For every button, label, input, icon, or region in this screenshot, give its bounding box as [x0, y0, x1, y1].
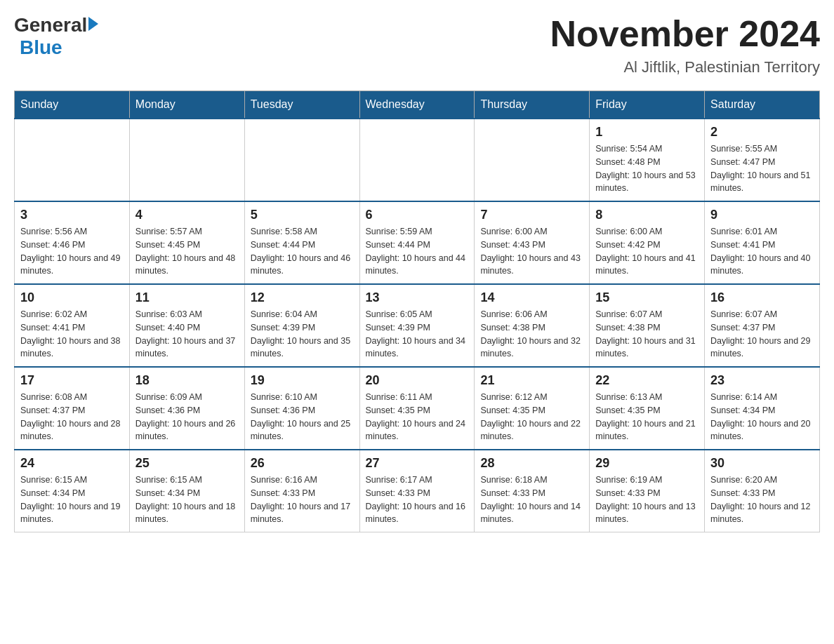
day-info: Sunrise: 6:19 AMSunset: 4:33 PMDaylight:…	[595, 474, 699, 526]
day-info: Sunrise: 5:54 AMSunset: 4:48 PMDaylight:…	[595, 142, 699, 195]
col-tuesday: Tuesday	[244, 91, 359, 119]
day-cell: 17Sunrise: 6:08 AMSunset: 4:37 PMDayligh…	[15, 367, 130, 450]
day-info: Sunrise: 5:56 AMSunset: 4:46 PMDaylight:…	[20, 225, 124, 278]
day-info: Sunrise: 6:17 AMSunset: 4:33 PMDaylight:…	[366, 474, 469, 526]
col-wednesday: Wednesday	[359, 91, 475, 119]
day-cell: 2Sunrise: 5:55 AMSunset: 4:47 PMDaylight…	[705, 119, 820, 201]
day-info: Sunrise: 6:00 AMSunset: 4:43 PMDaylight:…	[480, 225, 583, 278]
day-number: 17	[20, 373, 124, 388]
day-cell: 16Sunrise: 6:07 AMSunset: 4:37 PMDayligh…	[705, 284, 820, 367]
header-row: Sunday Monday Tuesday Wednesday Thursday…	[15, 91, 820, 119]
day-number: 13	[366, 290, 469, 305]
col-thursday: Thursday	[475, 91, 590, 119]
day-info: Sunrise: 6:16 AMSunset: 4:33 PMDaylight:…	[251, 474, 354, 526]
day-cell: 13Sunrise: 6:05 AMSunset: 4:39 PMDayligh…	[359, 284, 475, 367]
day-info: Sunrise: 6:14 AMSunset: 4:34 PMDaylight:…	[710, 391, 814, 443]
day-number: 25	[135, 456, 239, 471]
day-info: Sunrise: 6:01 AMSunset: 4:41 PMDaylight:…	[710, 225, 814, 278]
day-cell: 24Sunrise: 6:15 AMSunset: 4:34 PMDayligh…	[15, 450, 130, 532]
logo-general: General	[14, 14, 87, 36]
day-number: 14	[480, 290, 583, 305]
day-number: 16	[710, 290, 814, 305]
day-cell: 5Sunrise: 5:58 AMSunset: 4:44 PMDaylight…	[244, 201, 359, 284]
day-number: 6	[366, 208, 469, 222]
week-row-3: 10Sunrise: 6:02 AMSunset: 4:41 PMDayligh…	[15, 284, 820, 367]
week-row-1: 1Sunrise: 5:54 AMSunset: 4:48 PMDaylight…	[15, 119, 820, 201]
day-number: 30	[710, 456, 814, 471]
week-row-5: 24Sunrise: 6:15 AMSunset: 4:34 PMDayligh…	[15, 450, 820, 532]
calendar-subtitle: Al Jiftlik, Palestinian Territory	[550, 58, 820, 76]
day-cell: 15Sunrise: 6:07 AMSunset: 4:38 PMDayligh…	[590, 284, 705, 367]
logo: General Blue	[14, 14, 98, 59]
day-info: Sunrise: 5:59 AMSunset: 4:44 PMDaylight:…	[366, 225, 469, 278]
day-number: 8	[595, 208, 699, 222]
day-cell: 6Sunrise: 5:59 AMSunset: 4:44 PMDaylight…	[359, 201, 475, 284]
day-info: Sunrise: 6:08 AMSunset: 4:37 PMDaylight:…	[20, 391, 124, 443]
day-cell: 29Sunrise: 6:19 AMSunset: 4:33 PMDayligh…	[590, 450, 705, 532]
logo-blue: Blue	[20, 36, 62, 58]
day-cell	[359, 119, 475, 201]
day-cell: 3Sunrise: 5:56 AMSunset: 4:46 PMDaylight…	[15, 201, 130, 284]
day-number: 7	[480, 208, 583, 222]
day-number: 10	[20, 290, 124, 305]
week-row-4: 17Sunrise: 6:08 AMSunset: 4:37 PMDayligh…	[15, 367, 820, 450]
logo-arrow-icon	[88, 17, 98, 31]
day-info: Sunrise: 6:09 AMSunset: 4:36 PMDaylight:…	[135, 391, 239, 443]
day-number: 28	[480, 456, 583, 471]
day-info: Sunrise: 6:06 AMSunset: 4:38 PMDaylight:…	[480, 308, 583, 361]
day-number: 2	[710, 125, 814, 140]
day-number: 20	[366, 373, 469, 388]
day-cell: 19Sunrise: 6:10 AMSunset: 4:36 PMDayligh…	[244, 367, 359, 450]
col-sunday: Sunday	[15, 91, 130, 119]
day-info: Sunrise: 6:05 AMSunset: 4:39 PMDaylight:…	[366, 308, 469, 361]
page-header: General Blue November 2024 Al Jiftlik, P…	[14, 14, 820, 76]
day-info: Sunrise: 6:07 AMSunset: 4:37 PMDaylight:…	[710, 308, 814, 361]
day-number: 9	[710, 208, 814, 222]
day-info: Sunrise: 6:07 AMSunset: 4:38 PMDaylight:…	[595, 308, 699, 361]
day-cell: 7Sunrise: 6:00 AMSunset: 4:43 PMDaylight…	[475, 201, 590, 284]
day-cell: 1Sunrise: 5:54 AMSunset: 4:48 PMDaylight…	[590, 119, 705, 201]
day-info: Sunrise: 6:00 AMSunset: 4:42 PMDaylight:…	[595, 225, 699, 278]
day-number: 23	[710, 373, 814, 388]
day-cell: 20Sunrise: 6:11 AMSunset: 4:35 PMDayligh…	[359, 367, 475, 450]
day-number: 27	[366, 456, 469, 471]
day-number: 12	[251, 290, 354, 305]
day-number: 26	[251, 456, 354, 471]
day-number: 3	[20, 208, 124, 222]
day-cell: 30Sunrise: 6:20 AMSunset: 4:33 PMDayligh…	[705, 450, 820, 532]
day-number: 24	[20, 456, 124, 471]
day-number: 29	[595, 456, 699, 471]
day-cell: 27Sunrise: 6:17 AMSunset: 4:33 PMDayligh…	[359, 450, 475, 532]
day-cell	[129, 119, 244, 201]
day-cell: 28Sunrise: 6:18 AMSunset: 4:33 PMDayligh…	[475, 450, 590, 532]
day-cell: 12Sunrise: 6:04 AMSunset: 4:39 PMDayligh…	[244, 284, 359, 367]
day-info: Sunrise: 6:12 AMSunset: 4:35 PMDaylight:…	[480, 391, 583, 443]
day-cell: 22Sunrise: 6:13 AMSunset: 4:35 PMDayligh…	[590, 367, 705, 450]
day-number: 4	[135, 208, 239, 222]
calendar-title: November 2024	[550, 14, 820, 54]
day-cell: 11Sunrise: 6:03 AMSunset: 4:40 PMDayligh…	[129, 284, 244, 367]
week-row-2: 3Sunrise: 5:56 AMSunset: 4:46 PMDaylight…	[15, 201, 820, 284]
day-info: Sunrise: 6:03 AMSunset: 4:40 PMDaylight:…	[135, 308, 239, 361]
day-info: Sunrise: 6:11 AMSunset: 4:35 PMDaylight:…	[366, 391, 469, 443]
day-cell: 8Sunrise: 6:00 AMSunset: 4:42 PMDaylight…	[590, 201, 705, 284]
day-cell: 21Sunrise: 6:12 AMSunset: 4:35 PMDayligh…	[475, 367, 590, 450]
day-cell: 18Sunrise: 6:09 AMSunset: 4:36 PMDayligh…	[129, 367, 244, 450]
day-info: Sunrise: 6:15 AMSunset: 4:34 PMDaylight:…	[20, 474, 124, 526]
day-number: 21	[480, 373, 583, 388]
day-cell: 23Sunrise: 6:14 AMSunset: 4:34 PMDayligh…	[705, 367, 820, 450]
day-info: Sunrise: 5:57 AMSunset: 4:45 PMDaylight:…	[135, 225, 239, 278]
day-cell	[244, 119, 359, 201]
day-info: Sunrise: 5:58 AMSunset: 4:44 PMDaylight:…	[251, 225, 354, 278]
day-cell: 26Sunrise: 6:16 AMSunset: 4:33 PMDayligh…	[244, 450, 359, 532]
col-friday: Friday	[590, 91, 705, 119]
calendar-table: Sunday Monday Tuesday Wednesday Thursday…	[14, 90, 820, 532]
day-info: Sunrise: 6:15 AMSunset: 4:34 PMDaylight:…	[135, 474, 239, 526]
day-info: Sunrise: 6:18 AMSunset: 4:33 PMDaylight:…	[480, 474, 583, 526]
day-cell	[15, 119, 130, 201]
day-number: 19	[251, 373, 354, 388]
day-number: 22	[595, 373, 699, 388]
day-cell	[475, 119, 590, 201]
day-cell: 4Sunrise: 5:57 AMSunset: 4:45 PMDaylight…	[129, 201, 244, 284]
day-info: Sunrise: 6:04 AMSunset: 4:39 PMDaylight:…	[251, 308, 354, 361]
